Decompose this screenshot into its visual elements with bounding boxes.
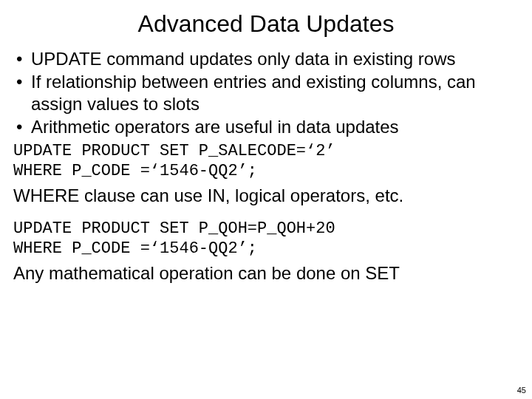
bullet-list: UPDATE command updates only data in exis… <box>15 48 519 137</box>
page-title: Advanced Data Updates <box>13 10 519 38</box>
list-item: If relationship between entries and exis… <box>15 71 519 115</box>
list-item: UPDATE command updates only data in exis… <box>15 48 519 69</box>
body-text-1: WHERE clause can use IN, logical operato… <box>13 185 519 206</box>
page-number: 45 <box>517 386 526 395</box>
slide: Advanced Data Updates UPDATE command upd… <box>0 0 532 399</box>
list-item: Arithmetic operators are useful in data … <box>15 116 519 137</box>
body-text-2: Any mathematical operation can be done o… <box>13 262 519 284</box>
code-block-2: UPDATE PRODUCT SET P_QOH=P_QOH+20 WHERE … <box>13 219 519 259</box>
code-block-1: UPDATE PRODUCT SET P_SALECODE=‘2’ WHERE … <box>13 142 519 182</box>
